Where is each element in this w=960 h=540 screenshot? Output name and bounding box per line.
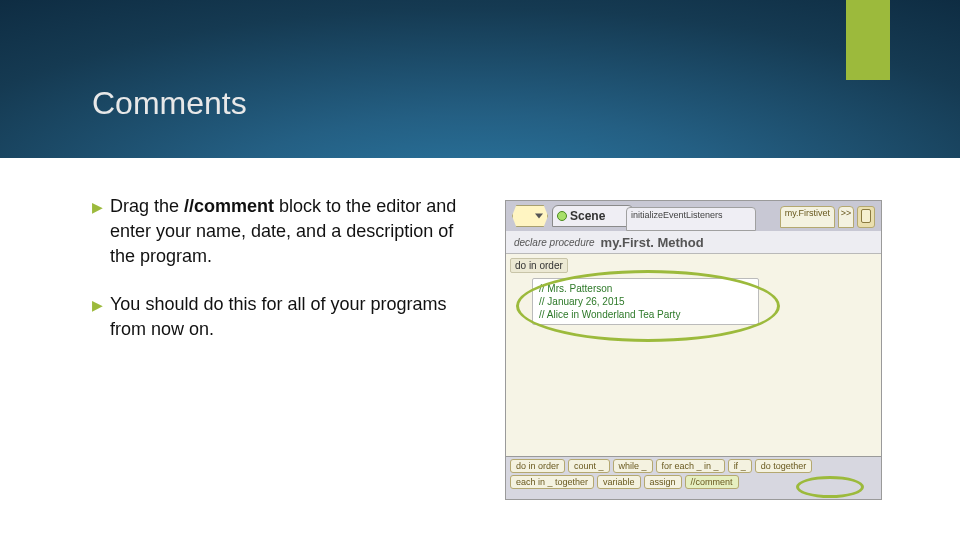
palette-chip[interactable]: do in order [510,459,565,473]
palette-chip[interactable]: while _ [613,459,653,473]
clipboard-icon[interactable] [857,206,875,228]
palette-chip[interactable]: variable [597,475,641,489]
scene-tab[interactable]: Scene [552,205,634,227]
init-listeners-tab[interactable]: initializeEventListeners [626,207,756,231]
palette-chip[interactable]: each in _ together [510,475,594,489]
next-tab-button[interactable]: >> [838,206,854,228]
class-selector-hex[interactable] [512,205,548,227]
comment-block[interactable]: // Mrs. Patterson // January 26, 2015 //… [532,278,759,325]
bullet-list: ▶ Drag the //comment block to the editor… [92,194,462,364]
palette-chip[interactable]: for each _ in _ [656,459,725,473]
bullet-arrow-icon: ▶ [92,296,110,316]
bullet-text: Drag the //comment block to the editor a… [110,194,462,270]
bullet-text: You should do this for all of your progr… [110,292,462,342]
accent-block [846,0,890,80]
palette-chip[interactable]: if _ [728,459,752,473]
declaration-bar: declare procedure my.First. Method [506,231,881,254]
tab-bar: Scene initializeEventListeners my.Firsti… [506,201,881,232]
method-name: my.First. Method [601,235,704,250]
do-in-order-block[interactable]: do in order [510,258,568,273]
comment-line: // January 26, 2015 [533,295,758,308]
palette-chip[interactable]: assign [644,475,682,489]
bullet-item: ▶ You should do this for all of your pro… [92,292,462,342]
slide-title: Comments [92,85,247,122]
alice-editor-screenshot: Scene initializeEventListeners my.Firsti… [505,200,882,500]
palette-chip[interactable]: count _ [568,459,610,473]
title-banner: Comments [0,0,960,158]
bullet-arrow-icon: ▶ [92,198,110,218]
declare-label: declare procedure [514,237,595,248]
comment-palette-chip[interactable]: //comment [685,475,739,489]
scene-tab-label: Scene [570,209,605,223]
scene-dot-icon [557,211,567,221]
comment-line: // Alice in Wonderland Tea Party [533,308,758,321]
palette-chip[interactable]: do together [755,459,813,473]
method-tab[interactable]: my.Firstivet [780,206,835,228]
comment-line: // Mrs. Patterson [533,282,758,295]
block-palette: do in order count _ while _ for each _ i… [506,456,881,499]
code-canvas[interactable]: do in order // Mrs. Patterson // January… [506,253,881,461]
bullet-item: ▶ Drag the //comment block to the editor… [92,194,462,270]
